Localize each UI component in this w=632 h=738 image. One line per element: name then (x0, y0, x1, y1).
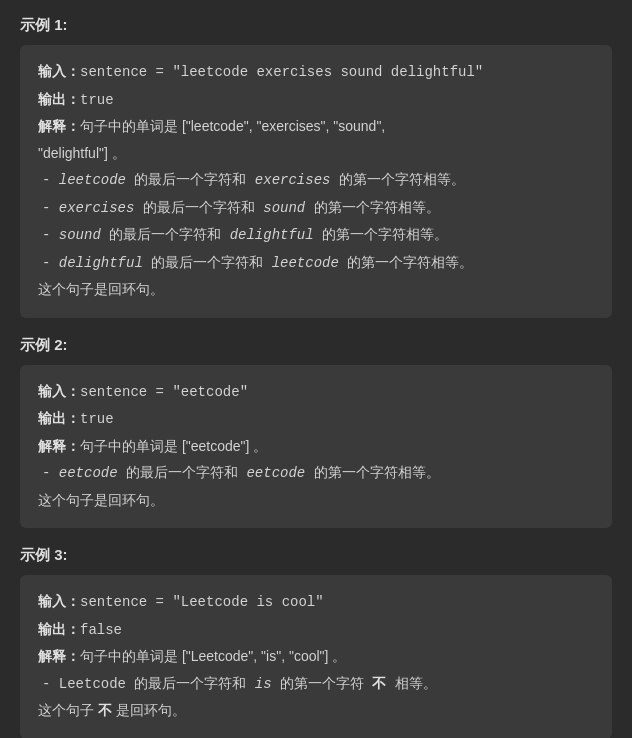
bullet-text: - sound 的最后一个字符和 delightful 的第一个字符相等。 (42, 227, 448, 243)
bullet-text: - exercises 的最后一个字符和 sound 的第一个字符相等。 (42, 200, 440, 216)
output-label: 输出： (38, 621, 80, 637)
explain-text: 句子中的单词是 ["Leetcode", "is", "cool"] 。 (80, 648, 346, 664)
not-equal-conclusion: 不 (98, 702, 112, 718)
code-word: leetcode (272, 255, 339, 271)
example-box-1: 输入：sentence = "leetcode exercises sound … (20, 45, 612, 318)
example-section-3: 示例 3:输入：sentence = "Leetcode is cool"输出：… (20, 546, 612, 738)
example-section-1: 示例 1:输入：sentence = "leetcode exercises s… (20, 16, 612, 318)
code-word: delightful (59, 255, 143, 271)
example-box-3: 输入：sentence = "Leetcode is cool"输出：false… (20, 575, 612, 738)
output-value: true (80, 411, 114, 427)
code-word: exercises (59, 200, 135, 216)
explain-line: 解释：句子中的单词是 ["leetcode", "exercises", "so… (38, 114, 594, 139)
explain-line: 解释：句子中的单词是 ["eetcode"] 。 (38, 434, 594, 459)
explain-label: 解释： (38, 648, 80, 664)
input-label: 输入： (38, 63, 80, 79)
code-word: eetcode (59, 465, 118, 481)
bullet-text: - Leetcode 的最后一个字符和 is 的第一个字符 不 相等。 (42, 676, 437, 692)
bullet-line: - Leetcode 的最后一个字符和 is 的第一个字符 不 相等。 (42, 671, 594, 697)
input-value: sentence = "eetcode" (80, 384, 248, 400)
explain-line2: "delightful"] 。 (38, 141, 594, 166)
input-label: 输入： (38, 383, 80, 399)
input-value: sentence = "leetcode exercises sound del… (80, 64, 483, 80)
example-section-2: 示例 2:输入：sentence = "eetcode"输出：true解释：句子… (20, 336, 612, 529)
example-title-2: 示例 2: (20, 336, 612, 355)
code-word: sound (59, 227, 101, 243)
code-word: eetcode (246, 465, 305, 481)
bullet-line: - sound 的最后一个字符和 delightful 的第一个字符相等。 (42, 222, 594, 248)
output-label: 输出： (38, 410, 80, 426)
not-equal-text: 不 (372, 676, 386, 692)
code-word: delightful (230, 227, 314, 243)
example-title-3: 示例 3: (20, 546, 612, 565)
output-line: 输出：true (38, 406, 594, 432)
output-label: 输出： (38, 91, 80, 107)
bullet-line: - leetcode 的最后一个字符和 exercises 的第一个字符相等。 (42, 167, 594, 193)
bullet-text: - delightful 的最后一个字符和 leetcode 的第一个字符相等。 (42, 255, 473, 271)
bullet-line: - eetcode 的最后一个字符和 eetcode 的第一个字符相等。 (42, 460, 594, 486)
explain-text: 句子中的单词是 ["leetcode", "exercises", "sound… (80, 118, 385, 134)
example-title-1: 示例 1: (20, 16, 612, 35)
explain-text2: "delightful"] 。 (38, 145, 126, 161)
output-line: 输出：true (38, 87, 594, 113)
bullet-line: - exercises 的最后一个字符和 sound 的第一个字符相等。 (42, 195, 594, 221)
output-value: false (80, 622, 122, 638)
conclusion-line: 这个句子 不 是回环句。 (38, 698, 594, 723)
code-word: is (255, 676, 272, 692)
explain-label: 解释： (38, 438, 80, 454)
input-line: 输入：sentence = "eetcode" (38, 379, 594, 405)
input-value: sentence = "Leetcode is cool" (80, 594, 324, 610)
bullet-text: - leetcode 的最后一个字符和 exercises 的第一个字符相等。 (42, 172, 465, 188)
output-value: true (80, 92, 114, 108)
output-line: 输出：false (38, 617, 594, 643)
example-box-2: 输入：sentence = "eetcode"输出：true解释：句子中的单词是… (20, 365, 612, 529)
input-line: 输入：sentence = "leetcode exercises sound … (38, 59, 594, 85)
code-word: exercises (255, 172, 331, 188)
bullet-text: - eetcode 的最后一个字符和 eetcode 的第一个字符相等。 (42, 465, 440, 481)
code-word: sound (263, 200, 305, 216)
input-label: 输入： (38, 593, 80, 609)
explain-line: 解释：句子中的单词是 ["Leetcode", "is", "cool"] 。 (38, 644, 594, 669)
explain-text: 句子中的单词是 ["eetcode"] 。 (80, 438, 267, 454)
explain-label: 解释： (38, 118, 80, 134)
code-word: leetcode (59, 172, 126, 188)
input-line: 输入：sentence = "Leetcode is cool" (38, 589, 594, 615)
bullet-line: - delightful 的最后一个字符和 leetcode 的第一个字符相等。 (42, 250, 594, 276)
conclusion-line: 这个句子是回环句。 (38, 277, 594, 302)
conclusion-line: 这个句子是回环句。 (38, 488, 594, 513)
